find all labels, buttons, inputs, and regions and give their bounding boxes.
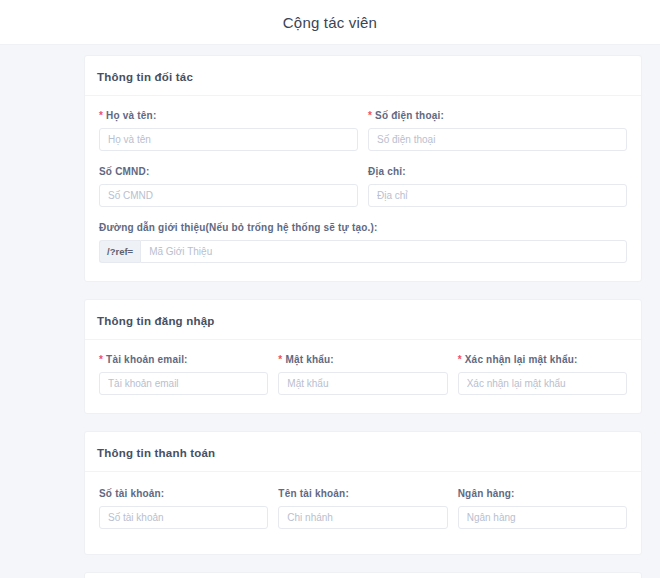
fullname-input[interactable] bbox=[99, 128, 358, 151]
email-input[interactable] bbox=[99, 372, 268, 395]
account-number-label: Số tài khoản: bbox=[99, 488, 268, 499]
account-name-label: Tên tài khoản: bbox=[278, 488, 447, 499]
address-input[interactable] bbox=[368, 184, 627, 207]
login-card-body: *Tài khoản email: *Mật khẩu: *Xác nhận l… bbox=[85, 340, 641, 413]
login-info-card: Thông tin đăng nhập *Tài khoản email: *M… bbox=[84, 299, 642, 414]
required-marker: * bbox=[99, 354, 103, 365]
login-card-header: Thông tin đăng nhập bbox=[85, 300, 641, 340]
fullname-label: *Họ và tên: bbox=[99, 110, 358, 121]
password-field-group: *Mật khẩu: bbox=[278, 354, 447, 395]
required-marker: * bbox=[458, 354, 462, 365]
phone-input[interactable] bbox=[368, 128, 627, 151]
form-container: Thông tin đối tác *Họ và tên: *Số điện t… bbox=[84, 45, 642, 578]
payment-info-card: Thông tin thanh toán Số tài khoản: Tên t… bbox=[84, 431, 642, 555]
account-name-input[interactable] bbox=[278, 506, 447, 529]
page-title: Cộng tác viên bbox=[283, 14, 377, 31]
payment-card-title: Thông tin thanh toán bbox=[97, 447, 215, 459]
partner-info-card: Thông tin đối tác *Họ và tên: *Số điện t… bbox=[84, 55, 642, 282]
cmnd-label: Số CMND: bbox=[99, 166, 358, 177]
cmnd-input[interactable] bbox=[99, 184, 358, 207]
required-marker: * bbox=[99, 110, 103, 121]
referral-label: Đường dẫn giới thiệu(Nếu bỏ trống hệ thố… bbox=[99, 222, 627, 233]
required-marker: * bbox=[368, 110, 372, 121]
payment-card-body: Số tài khoản: Tên tài khoản: Ngân hàng: bbox=[85, 472, 641, 554]
referral-field-group: Đường dẫn giới thiệu(Nếu bỏ trống hệ thố… bbox=[99, 222, 627, 263]
confirm-password-field-group: *Xác nhận lại mật khẩu: bbox=[458, 354, 627, 395]
confirm-password-input[interactable] bbox=[458, 372, 627, 395]
partner-card-header: Thông tin đối tác bbox=[85, 56, 641, 96]
referral-url-prefix: /?ref= bbox=[99, 240, 140, 263]
required-marker: * bbox=[278, 354, 282, 365]
password-label: *Mật khẩu: bbox=[278, 354, 447, 365]
partner-card-title: Thông tin đối tác bbox=[97, 71, 193, 83]
terms-card: Tôi đã đọc và đồng ý với Điều khoản dịch… bbox=[84, 572, 642, 578]
email-field-group: *Tài khoản email: bbox=[99, 354, 268, 395]
login-card-title: Thông tin đăng nhập bbox=[97, 315, 215, 327]
account-number-field-group: Số tài khoản: bbox=[99, 488, 268, 529]
bank-input[interactable] bbox=[458, 506, 627, 529]
phone-field-group: *Số điện thoại: bbox=[368, 110, 627, 151]
phone-label: *Số điện thoại: bbox=[368, 110, 627, 121]
bank-label: Ngân hàng: bbox=[458, 488, 627, 499]
account-name-field-group: Tên tài khoản: bbox=[278, 488, 447, 529]
cmnd-field-group: Số CMND: bbox=[99, 166, 358, 207]
top-header: Cộng tác viên bbox=[0, 0, 660, 45]
payment-card-header: Thông tin thanh toán bbox=[85, 432, 641, 472]
confirm-password-label: *Xác nhận lại mật khẩu: bbox=[458, 354, 627, 365]
terms-card-body: Tôi đã đọc và đồng ý với Điều khoản dịch… bbox=[85, 573, 641, 578]
bank-field-group: Ngân hàng: bbox=[458, 488, 627, 529]
referral-code-input[interactable] bbox=[140, 240, 627, 263]
fullname-field-group: *Họ và tên: bbox=[99, 110, 358, 151]
email-label: *Tài khoản email: bbox=[99, 354, 268, 365]
address-field-group: Địa chỉ: bbox=[368, 166, 627, 207]
password-input[interactable] bbox=[278, 372, 447, 395]
address-label: Địa chỉ: bbox=[368, 166, 627, 177]
account-number-input[interactable] bbox=[99, 506, 268, 529]
partner-card-body: *Họ và tên: *Số điện thoại: Số CMND: Địa… bbox=[85, 96, 641, 281]
